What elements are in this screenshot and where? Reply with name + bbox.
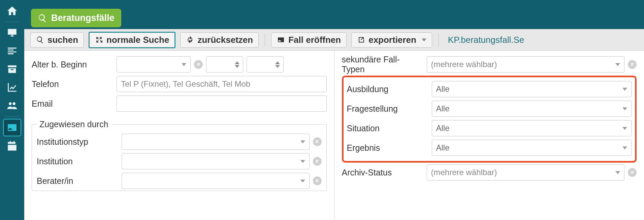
clear-icon[interactable] <box>194 60 203 69</box>
label-phone: Telefon <box>32 79 112 89</box>
search-mode-button[interactable]: normale Suche <box>89 32 175 48</box>
spin-up-icon[interactable] <box>235 61 239 64</box>
institution-select[interactable] <box>122 153 310 169</box>
chart-line-icon <box>6 82 18 93</box>
page-title: Beratungsfälle <box>51 13 115 23</box>
search-mode-label: normale Suche <box>106 35 169 45</box>
nav-monitor[interactable] <box>3 24 21 42</box>
export-button[interactable]: exportieren <box>351 32 432 48</box>
row-phone: Telefon <box>32 74 327 94</box>
label-email: Email <box>32 99 112 109</box>
label-institution: Institution <box>37 157 118 166</box>
archiv-status-select[interactable]: (mehrere wählbar) <box>427 164 625 181</box>
row-archiv-status: Archiv-Status (mehrere wählbar) <box>342 163 637 182</box>
fragestellung-select[interactable]: Alle <box>432 101 632 117</box>
advisor-select[interactable] <box>122 173 310 189</box>
clear-icon[interactable] <box>313 157 322 166</box>
users-icon <box>6 100 18 111</box>
right-pane: sekundäre Fall-Typen (mehrere wählbar) A… <box>334 51 644 220</box>
clear-icon[interactable] <box>313 176 322 185</box>
row-secondary-types: sekundäre Fall-Typen (mehrere wählbar) <box>342 55 637 74</box>
id-card-icon <box>6 122 18 133</box>
label-ergebnis: Ergebnis <box>347 143 428 153</box>
phone-input[interactable] <box>117 76 327 92</box>
email-input[interactable] <box>117 95 327 112</box>
chevron-down-icon <box>622 127 627 130</box>
main: Beratungsfälle suchen normale Suche zurü… <box>24 0 644 220</box>
chevron-down-icon <box>622 88 627 91</box>
label-archiv-status: Archiv-Status <box>342 168 423 177</box>
row-ausbildung: Ausbildung Alle <box>347 79 632 99</box>
toolbar: suchen normale Suche zurücksetzen Fall e… <box>24 29 644 51</box>
nav-archive[interactable] <box>3 60 21 78</box>
sidebar-divider <box>5 116 19 117</box>
clear-icon[interactable] <box>628 168 637 177</box>
export-label: exportieren <box>368 35 416 45</box>
chevron-down-icon <box>622 107 627 110</box>
open-case-button[interactable]: Fall eröffnen <box>271 32 347 48</box>
nav-list[interactable] <box>3 42 21 60</box>
spin-down-icon[interactable] <box>235 65 239 68</box>
secondary-types-select[interactable]: (mehrere wählbar) <box>427 56 625 73</box>
refresh-icon <box>186 36 194 44</box>
institution-type-select[interactable] <box>122 134 310 150</box>
ergebnis-select[interactable]: Alle <box>432 140 632 156</box>
search-button-label: suchen <box>47 35 78 45</box>
search-button[interactable]: suchen <box>30 32 84 48</box>
nav-cases[interactable] <box>3 119 21 136</box>
label-institution-type: Institutionstyp <box>37 137 118 147</box>
label-age: Alter b. Beginn <box>32 60 112 70</box>
reset-button[interactable]: zurücksetzen <box>180 32 259 48</box>
breadcrumb: KP.beratungsfall.Se <box>448 35 524 45</box>
title-bar: Beratungsfälle <box>24 0 644 29</box>
chevron-down-icon <box>300 180 305 183</box>
toolbar-separator <box>265 33 265 47</box>
select-value: Alle <box>436 123 450 133</box>
chevron-down-icon <box>422 38 426 42</box>
clear-icon[interactable] <box>628 60 637 69</box>
spin-up-icon[interactable] <box>275 61 280 64</box>
nav-stats[interactable] <box>3 79 21 96</box>
page-title-tag: Beratungsfälle <box>31 9 121 27</box>
select-value: Alle <box>436 143 450 153</box>
placeholder-text: (mehrere wählbar) <box>431 168 497 177</box>
sidebar <box>0 0 24 220</box>
row-email: Email <box>32 94 327 113</box>
row-advisor: Berater/in <box>37 171 322 191</box>
ausbildung-select[interactable]: Alle <box>432 81 632 97</box>
nav-home[interactable] <box>3 2 21 20</box>
label-secondary-types: sekundäre Fall-Typen <box>342 55 423 74</box>
age-to-input[interactable] <box>247 56 284 73</box>
row-fragestellung: Fragestellung Alle <box>347 99 632 118</box>
id-card-icon <box>277 36 285 44</box>
chevron-down-icon <box>622 146 627 149</box>
label-situation: Situation <box>347 123 428 133</box>
assigned-by-fieldset: Zugewiesen durch Institutionstyp Institu… <box>32 119 327 191</box>
assigned-by-legend: Zugewiesen durch <box>37 119 111 129</box>
age-select[interactable] <box>117 56 191 73</box>
sidebar-divider <box>5 22 19 22</box>
highlight-box: Ausbildung Alle Fragestellung Alle <box>342 76 637 163</box>
chevron-down-icon <box>615 63 620 66</box>
row-institution: Institution <box>37 152 322 171</box>
expand-icon <box>95 36 103 44</box>
chevron-down-icon <box>300 160 305 163</box>
spin-down-icon[interactable] <box>275 65 280 68</box>
row-institution-type: Institutionstyp <box>37 132 322 152</box>
chevron-down-icon <box>615 171 620 174</box>
label-ausbildung: Ausbildung <box>347 84 428 94</box>
home-icon <box>6 5 18 17</box>
chevron-down-icon <box>300 140 305 143</box>
row-age: Alter b. Beginn <box>32 55 327 74</box>
left-pane: Alter b. Beginn Telefon <box>24 51 334 220</box>
situation-select[interactable]: Alle <box>432 120 632 136</box>
nav-users[interactable] <box>3 97 21 114</box>
nav-calendar[interactable] <box>3 137 21 155</box>
search-icon <box>38 13 47 23</box>
content: Alter b. Beginn Telefon <box>24 51 644 220</box>
clear-icon[interactable] <box>313 137 322 146</box>
age-from-input[interactable] <box>206 56 243 73</box>
open-case-label: Fall eröffnen <box>288 35 341 45</box>
row-situation: Situation Alle <box>347 118 632 138</box>
row-ergebnis: Ergebnis Alle <box>347 138 632 158</box>
